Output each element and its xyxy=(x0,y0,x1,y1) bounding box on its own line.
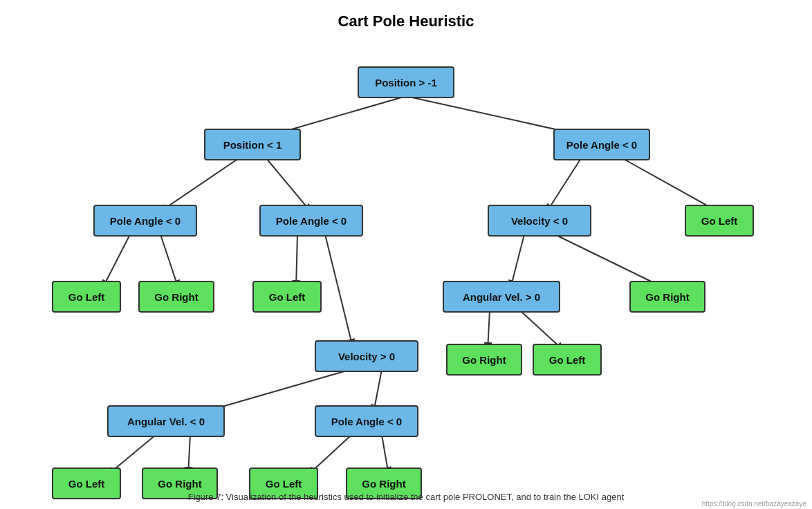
node-velocity-lt0: Velocity < 0 xyxy=(488,205,591,237)
node-goleft-l3: Go Left xyxy=(685,205,754,237)
node-goleft-l4d: Go Left xyxy=(533,344,602,376)
node-goleft-l4a: Go Left xyxy=(52,281,121,313)
figure-caption: Figure 7: Visualization of the heuristic… xyxy=(0,492,812,502)
svg-line-9 xyxy=(325,234,353,347)
node-angular-vel-lt0: Angular Vel. < 0 xyxy=(107,405,225,437)
node-pole-angle-lt0-l5: Pole Angle < 0 xyxy=(315,405,418,437)
node-angular-vel-gt0: Angular Vel. > 0 xyxy=(443,281,560,313)
watermark: https://blog.csdn.net/bazayeazaye xyxy=(702,500,806,508)
node-position-lt1: Position < 1 xyxy=(204,129,301,160)
node-pole-angle-lt0-l3b: Pole Angle < 0 xyxy=(259,205,363,237)
page-title: Cart Pole Heuristic xyxy=(0,0,812,37)
node-goright-l4a: Go Right xyxy=(138,281,214,313)
page-container: Cart Pole Heuristic xyxy=(0,0,812,509)
node-velocity-gt0: Velocity > 0 xyxy=(315,340,418,372)
node-goright-l4d: Go Right xyxy=(446,344,522,376)
node-pole-angle-lt0-l3a: Pole Angle < 0 xyxy=(93,205,197,237)
node-root: Position > -1 xyxy=(358,66,454,98)
node-pole-angle-lt0-l2: Pole Angle < 0 xyxy=(553,129,650,160)
node-goleft-l4b: Go Left xyxy=(252,281,322,313)
node-goright-l4c: Go Right xyxy=(629,281,705,313)
tree-area: Position > -1 Position < 1 Pole Angle < … xyxy=(0,37,812,487)
